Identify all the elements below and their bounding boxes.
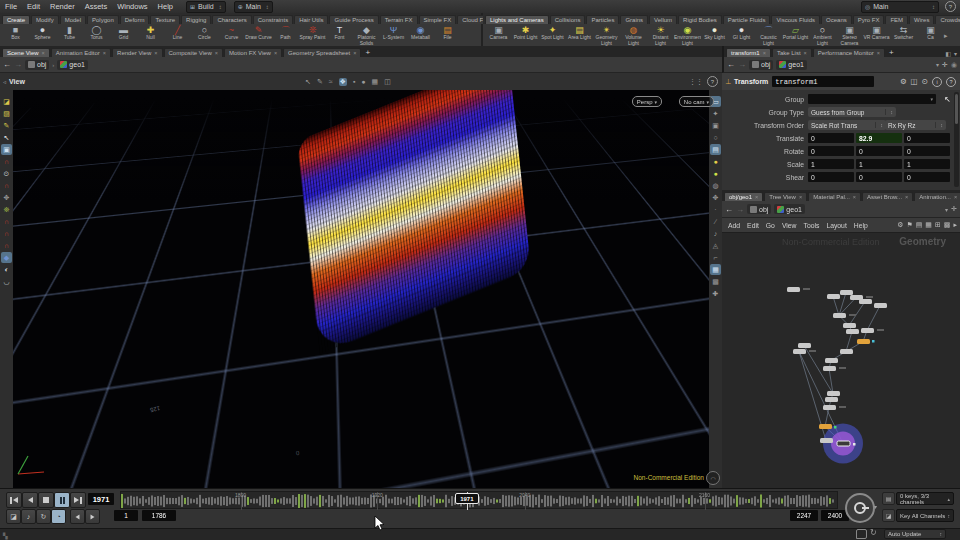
keyframe-list-icon[interactable]: ▤ <box>882 492 895 505</box>
pin-icon[interactable]: ✛ <box>951 205 957 213</box>
shelf-tool-torus[interactable]: ◯Torus <box>83 24 110 47</box>
shelf-tab-terrain-fx[interactable]: Terrain FX <box>380 15 418 24</box>
message-bubble-icon[interactable] <box>856 529 867 539</box>
network-node[interactable] <box>840 290 853 295</box>
close-tab-icon[interactable]: × <box>42 50 45 56</box>
pane-help-icon[interactable]: ? <box>707 76 718 87</box>
step-back-button[interactable] <box>70 509 85 524</box>
objects-mode-icon[interactable]: ≈ <box>329 78 333 85</box>
shelf-tool-vr-camera[interactable]: ▣VR Camera <box>863 24 890 47</box>
path-chip-obj[interactable]: obj <box>25 60 49 70</box>
pane-split-icon[interactable]: ◧ <box>945 50 951 57</box>
cam-opts-icon[interactable]: ◫ <box>384 78 391 86</box>
close-tab-icon[interactable]: × <box>877 50 880 56</box>
shelf-tool-switcher[interactable]: ⇆Switcher <box>890 24 917 47</box>
dropdown-arrow-icon[interactable]: ▾ <box>930 96 933 102</box>
network-menu-view[interactable]: View <box>782 222 797 229</box>
highlight-icon[interactable]: ✦ <box>710 108 721 119</box>
forward-icon[interactable]: → <box>736 205 744 214</box>
network-canvas[interactable]: Non-Commercial Edition Geometry <box>722 233 960 488</box>
pane-menu-icon[interactable]: ▾ <box>954 50 957 57</box>
params-scrollbar[interactable] <box>954 92 959 187</box>
translate-z-field[interactable]: 0 <box>904 133 950 143</box>
scale-y-field[interactable]: 1 <box>856 159 902 169</box>
layout-icon[interactable]: ⋮⋮ <box>689 78 703 86</box>
network-node[interactable] <box>823 405 836 410</box>
network-node[interactable] <box>827 391 840 396</box>
network-node[interactable] <box>798 343 811 348</box>
network-menu-add[interactable]: Add <box>728 222 740 229</box>
flipbook-icon[interactable]: ▨ <box>1 108 12 119</box>
hand-tool-icon[interactable]: ◡ <box>1 276 12 287</box>
back-icon[interactable]: ← <box>3 60 11 69</box>
network-node[interactable] <box>793 349 806 354</box>
shelf-tab-deform[interactable]: Deform <box>120 15 150 24</box>
scene-tab-composite-view[interactable]: Composite View× <box>164 48 223 57</box>
params-tab-transform1[interactable]: transform1× <box>726 48 771 57</box>
grid-icon[interactable]: ⊞ <box>935 221 941 229</box>
network-node[interactable] <box>874 303 887 308</box>
current-frame-field[interactable]: 1971 <box>88 493 114 505</box>
step-forward-button[interactable] <box>85 509 100 524</box>
rotate-y-field[interactable]: 0 <box>856 146 902 156</box>
current-frame-flag[interactable]: 1971 <box>455 493 479 504</box>
shelf-tool-distant-light[interactable]: ☀Distant Light <box>647 24 674 47</box>
timeline-ruler[interactable]: 18001920204021601971 <box>120 491 838 509</box>
close-tab-icon[interactable]: × <box>274 50 277 56</box>
set-key-button[interactable] <box>845 493 875 523</box>
camera-lock-icon[interactable]: ▣ <box>710 120 721 131</box>
headlight-icon[interactable]: ● <box>710 156 721 167</box>
hud-icon[interactable]: ⌐ <box>710 252 721 263</box>
geometry-mode-icon[interactable]: ❖ <box>339 78 347 86</box>
shelf-tool-portal-light[interactable]: ▱Portal Light <box>782 24 809 47</box>
network-node[interactable] <box>833 313 846 318</box>
network-node[interactable] <box>861 328 874 333</box>
key-options-arrow-icon[interactable]: ▾ <box>874 503 877 510</box>
forward-icon[interactable]: → <box>738 60 746 69</box>
normals-icon[interactable]: ◬ <box>710 240 721 251</box>
shelf-tab-guide-process[interactable]: Guide Process <box>329 15 378 24</box>
network-menu-layout[interactable]: Layout <box>826 222 846 229</box>
menu-render[interactable]: Render <box>45 2 80 11</box>
network-tab-tree-view[interactable]: Tree View× <box>764 192 807 201</box>
camera-badge[interactable]: No cam ▾ <box>679 96 714 107</box>
autokey-icon[interactable]: ◪ <box>882 509 895 522</box>
close-tab-icon[interactable]: × <box>905 194 908 200</box>
shelf-tool-caustic-light[interactable]: ⌒Caustic Light <box>755 24 782 47</box>
brush-icon[interactable]: ✎ <box>1 120 12 131</box>
shelf-tool-l-system[interactable]: ΨL-System <box>380 24 407 47</box>
network-menu-help[interactable]: Help <box>854 222 868 229</box>
shelf-tab-polygon[interactable]: Polygon <box>87 15 119 24</box>
audio-toggle[interactable]: ♪ <box>21 509 36 524</box>
secure-selection-icon[interactable]: ▣ <box>1 144 12 155</box>
network-node[interactable] <box>787 287 800 292</box>
shelf-tool-ca[interactable]: ▣Ca <box>917 24 944 47</box>
close-tab-icon[interactable]: × <box>799 194 802 200</box>
close-tab-icon[interactable]: × <box>215 50 218 56</box>
play-reverse-button[interactable] <box>22 492 38 508</box>
shear-y-field[interactable]: 0 <box>856 172 902 182</box>
path-chip-geo1[interactable]: geo1 <box>774 204 805 214</box>
translate-y-field[interactable]: 82.9 <box>856 133 902 143</box>
network-node[interactable] <box>840 349 853 354</box>
audio-scrub-icon[interactable]: ♪ <box>710 228 721 239</box>
shelf-tool-null[interactable]: ✚Null <box>137 24 164 47</box>
shelf-tool-spot-light[interactable]: ✦Spot Light <box>539 24 566 47</box>
shelf-tab-crowds[interactable]: Crowds <box>935 15 960 24</box>
shelf-tool-area-light[interactable]: ▤Area Light <box>566 24 593 47</box>
follow-playbar-toggle[interactable]: ◪ <box>6 509 21 524</box>
shelf-tool-spray-paint[interactable]: ❊Spray Paint <box>299 24 326 47</box>
pose-tool-icon[interactable]: ◆ <box>1 252 12 263</box>
shelf-tab-vellum[interactable]: Vellum <box>649 15 677 24</box>
grid-toggle-icon[interactable]: ▦ <box>710 264 721 275</box>
search-icon[interactable]: ⊙ <box>922 77 928 86</box>
key-scope-dropdown[interactable]: Key All Channels↕ <box>896 509 954 522</box>
shelf-tab-simple-fx[interactable]: Simple FX <box>419 15 457 24</box>
projection-badge[interactable]: Persp ▾ <box>632 96 662 107</box>
shelf-tool-line[interactable]: ╱Line <box>164 24 191 47</box>
color-icon[interactable]: ▦ <box>925 221 932 229</box>
shelf-tab-grains[interactable]: Grains <box>620 15 648 24</box>
snap-edge-icon[interactable]: ∩ <box>1 216 12 227</box>
shelf-tab-modify[interactable]: Modify <box>31 15 59 24</box>
refresh-icon[interactable]: ↻ <box>870 528 877 537</box>
